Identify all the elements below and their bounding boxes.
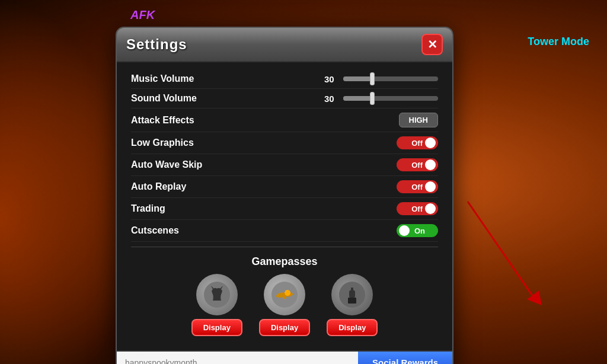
modal-header: Settings ✕ bbox=[117, 28, 452, 62]
sound-volume-label: Sound Volume bbox=[131, 93, 324, 104]
afk-label: AFK bbox=[130, 8, 155, 22]
trading-toggle[interactable]: Off bbox=[397, 202, 438, 215]
gamepasses-section: Gamepasses Display bbox=[117, 251, 452, 350]
attack-effects-label: Attack Effects bbox=[131, 115, 399, 126]
gamepass-icon-1 bbox=[196, 274, 238, 315]
close-button[interactable]: ✕ bbox=[421, 34, 443, 55]
gamepasses-row: Display Display bbox=[131, 274, 438, 336]
music-volume-label: Music Volume bbox=[131, 74, 324, 84]
cutscenes-toggle[interactable]: On bbox=[397, 224, 438, 237]
cutscenes-label: Cutscenes bbox=[131, 225, 397, 236]
low-graphics-value: Off bbox=[411, 139, 423, 148]
code-input[interactable] bbox=[117, 352, 358, 364]
svg-rect-8 bbox=[351, 288, 353, 291]
music-volume-row: Music Volume 30 bbox=[131, 69, 438, 89]
modal-body: Music Volume 30 Sound Volume 30 bbox=[117, 62, 452, 247]
toggle-circle bbox=[425, 203, 436, 214]
cutscenes-row: Cutscenes On bbox=[131, 220, 438, 242]
sound-volume-row: Sound Volume 30 bbox=[131, 89, 438, 108]
low-graphics-toggle[interactable]: Off bbox=[397, 136, 438, 149]
social-rewards-button[interactable]: Social Rewards bbox=[358, 352, 452, 364]
auto-wave-skip-row: Auto Wave Skip Off bbox=[131, 154, 438, 176]
music-volume-track[interactable] bbox=[343, 76, 438, 81]
toggle-circle bbox=[425, 181, 436, 192]
background-blur bbox=[0, 0, 130, 364]
gamepass-item-3: Display bbox=[327, 274, 378, 336]
gamepass-item-2: Display bbox=[259, 274, 310, 336]
sound-volume-control[interactable]: 30 bbox=[324, 94, 438, 104]
gamepass-display-btn-3[interactable]: Display bbox=[327, 319, 378, 336]
gamepass-display-btn-2[interactable]: Display bbox=[259, 319, 310, 336]
cutscenes-value: On bbox=[412, 226, 425, 235]
toggle-circle bbox=[425, 159, 436, 170]
modal-footer: Social Rewards bbox=[117, 350, 452, 364]
tower-mode-label: Tower Mode bbox=[528, 36, 589, 48]
toggle-circle bbox=[399, 225, 410, 236]
gamepass-icon-3 bbox=[331, 274, 373, 315]
music-volume-value: 30 bbox=[324, 74, 338, 84]
low-graphics-label: Low Graphics bbox=[131, 138, 397, 148]
svg-rect-7 bbox=[348, 298, 356, 304]
auto-replay-row: Auto Replay Off bbox=[131, 176, 438, 198]
section-divider bbox=[131, 247, 438, 247]
gamepasses-title: Gamepasses bbox=[131, 256, 438, 268]
toggle-circle bbox=[425, 138, 436, 148]
low-graphics-row: Low Graphics Off bbox=[131, 132, 438, 154]
svg-rect-6 bbox=[349, 290, 355, 298]
svg-point-4 bbox=[285, 290, 290, 296]
auto-wave-skip-label: Auto Wave Skip bbox=[131, 159, 397, 170]
auto-wave-skip-value: Off bbox=[411, 161, 423, 170]
auto-replay-toggle[interactable]: Off bbox=[397, 180, 438, 193]
trading-label: Trading bbox=[131, 203, 397, 214]
settings-modal: Settings ✕ Music Volume 30 Sound Volume … bbox=[116, 27, 453, 364]
trading-row: Trading Off bbox=[131, 198, 438, 220]
modal-title: Settings bbox=[126, 36, 187, 53]
sound-volume-value: 30 bbox=[324, 94, 338, 104]
sound-volume-track[interactable] bbox=[343, 96, 438, 101]
gamepass-item-1: Display bbox=[191, 274, 242, 336]
gamepass-icon-2 bbox=[264, 274, 305, 315]
attack-effects-row: Attack Effects HIGH bbox=[131, 108, 438, 132]
music-volume-control[interactable]: 30 bbox=[324, 74, 438, 84]
auto-replay-value: Off bbox=[411, 183, 423, 191]
gamepass-display-btn-1[interactable]: Display bbox=[191, 319, 242, 336]
attack-effects-toggle[interactable]: HIGH bbox=[399, 113, 439, 127]
auto-wave-skip-toggle[interactable]: Off bbox=[397, 158, 438, 171]
auto-replay-label: Auto Replay bbox=[131, 181, 397, 192]
trading-value: Off bbox=[411, 205, 423, 213]
